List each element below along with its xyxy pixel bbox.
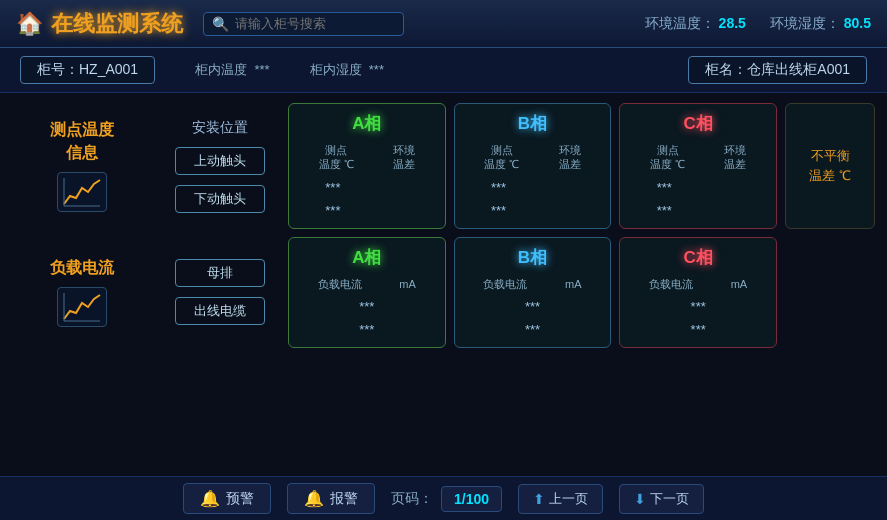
- env-info: 环境温度： 28.5 环境湿度： 80.5: [645, 15, 871, 33]
- current-phase-b-col-headers: 负载电流 mA: [465, 277, 601, 291]
- current-phase-c-card: C相 负载电流 mA *** ***: [619, 237, 777, 348]
- temp-left-panel: 测点温度 信息: [12, 103, 152, 229]
- header-title: 🏠 在线监测系统: [16, 9, 183, 39]
- temp-chart-svg: [62, 176, 102, 208]
- alarm-bell-icon: 🔔: [304, 489, 324, 508]
- env-temp: 环境温度： 28.5: [645, 15, 746, 33]
- prev-page-button[interactable]: ⬆ 上一页: [518, 484, 603, 514]
- search-input[interactable]: [235, 16, 395, 31]
- header: 🏠 在线监测系统 🔍 环境温度： 28.5 环境湿度： 80.5: [0, 0, 887, 48]
- temp-phase-a-col-headers: 测点温度 ℃ 环境温差: [299, 143, 435, 172]
- env-humid: 环境湿度： 80.5: [770, 15, 871, 33]
- temp-phase-b-row1: ***: [465, 178, 601, 197]
- prev-label: 上一页: [549, 490, 588, 508]
- home-icon: 🏠: [16, 11, 43, 37]
- current-phase-a-header: A相: [299, 246, 435, 269]
- current-section-label: 负载电流: [50, 257, 114, 279]
- cabinet-name-box: 柜名：仓库出线柜A001: [688, 56, 867, 84]
- temp-phase-a-header: A相: [299, 112, 435, 135]
- current-phase-b-header: B相: [465, 246, 601, 269]
- current-phase-c-col-headers: 负载电流 mA: [630, 277, 766, 291]
- temp-phase-b-row2: ***: [465, 201, 601, 220]
- upper-contact-btn[interactable]: 上动触头: [175, 147, 265, 175]
- temp-install-panel: 安装位置 上动触头 下动触头: [160, 103, 280, 229]
- temp-phase-b-header: B相: [465, 112, 601, 135]
- cabinet-bar: 柜号：HZ_A001 柜内温度 *** 柜内湿度 *** 柜名：仓库出线柜A00…: [0, 48, 887, 93]
- footer: 🔔 预警 🔔 报警 页码： 1/100 ⬆ 上一页 ⬇ 下一页: [0, 476, 887, 520]
- prev-icon: ⬆: [533, 491, 545, 507]
- lower-contact-btn[interactable]: 下动触头: [175, 185, 265, 213]
- current-install-panel: 母排 出线电缆: [160, 237, 280, 348]
- main-content: 测点温度 信息 安装位置 上动触头 下动触头 A相 测点温度 ℃ 环境温差: [0, 93, 887, 475]
- warn-button[interactable]: 🔔 预警: [183, 483, 271, 514]
- temp-section-label: 测点温度 信息: [50, 119, 114, 164]
- temp-phase-b-col-headers: 测点温度 ℃ 环境温差: [465, 143, 601, 172]
- page-value: 1/100: [441, 486, 502, 512]
- current-phase-b-row1: ***: [465, 297, 601, 316]
- warn-label: 预警: [226, 490, 254, 508]
- current-chart-svg: [62, 291, 102, 323]
- current-phase-a-card: A相 负载电流 mA *** ***: [288, 237, 446, 348]
- warn-bell-icon: 🔔: [200, 489, 220, 508]
- current-phase-c-row1: ***: [630, 297, 766, 316]
- current-phase-a-row2: ***: [299, 320, 435, 339]
- alarm-label: 报警: [330, 490, 358, 508]
- cable-btn[interactable]: 出线电缆: [175, 297, 265, 325]
- page-info: 页码： 1/100: [391, 486, 502, 512]
- current-phase-b-card: B相 负载电流 mA *** ***: [454, 237, 612, 348]
- current-phase-b-row2: ***: [465, 320, 601, 339]
- temp-phase-a-row2: ***: [299, 201, 435, 220]
- busbar-btn[interactable]: 母排: [175, 259, 265, 287]
- search-area[interactable]: 🔍: [203, 12, 404, 36]
- current-phase-a-row1: ***: [299, 297, 435, 316]
- temp-phase-c-header: C相: [630, 112, 766, 135]
- cabinet-temp: 柜内温度 ***: [195, 61, 269, 79]
- temp-phase-a-row1: ***: [299, 178, 435, 197]
- search-icon: 🔍: [212, 16, 229, 32]
- cabinet-sub-info: 柜内温度 *** 柜内湿度 ***: [195, 61, 384, 79]
- temp-section-row: 测点温度 信息 安装位置 上动触头 下动触头 A相 测点温度 ℃ 环境温差: [12, 103, 875, 229]
- current-spacer: [785, 237, 875, 348]
- temp-phase-c-row2: ***: [630, 201, 766, 220]
- temp-chart-icon: [57, 172, 107, 212]
- unbalance-card: 不平衡温差 ℃: [785, 103, 875, 229]
- cabinet-id-box: 柜号：HZ_A001: [20, 56, 155, 84]
- app-title: 在线监测系统: [51, 9, 183, 39]
- current-chart-icon: [57, 287, 107, 327]
- temp-phase-c-col-headers: 测点温度 ℃ 环境温差: [630, 143, 766, 172]
- current-phase-a-col-headers: 负载电流 mA: [299, 277, 435, 291]
- current-phase-c-row2: ***: [630, 320, 766, 339]
- unbalance-label: 不平衡温差 ℃: [809, 146, 851, 185]
- temp-phase-b-card: B相 测点温度 ℃ 环境温差 *** ***: [454, 103, 612, 229]
- current-section-row: 负载电流 母排 出线电缆 A相 负载电流 mA ***: [12, 237, 875, 348]
- next-label: 下一页: [650, 490, 689, 508]
- next-icon: ⬇: [634, 491, 646, 507]
- current-phase-c-header: C相: [630, 246, 766, 269]
- next-page-button[interactable]: ⬇ 下一页: [619, 484, 704, 514]
- temp-phase-c-row1: ***: [630, 178, 766, 197]
- temp-phase-c-card: C相 测点温度 ℃ 环境温差 *** ***: [619, 103, 777, 229]
- current-left-panel: 负载电流: [12, 237, 152, 348]
- alarm-button[interactable]: 🔔 报警: [287, 483, 375, 514]
- cabinet-humid: 柜内湿度 ***: [310, 61, 384, 79]
- temp-phase-a-card: A相 测点温度 ℃ 环境温差 *** ***: [288, 103, 446, 229]
